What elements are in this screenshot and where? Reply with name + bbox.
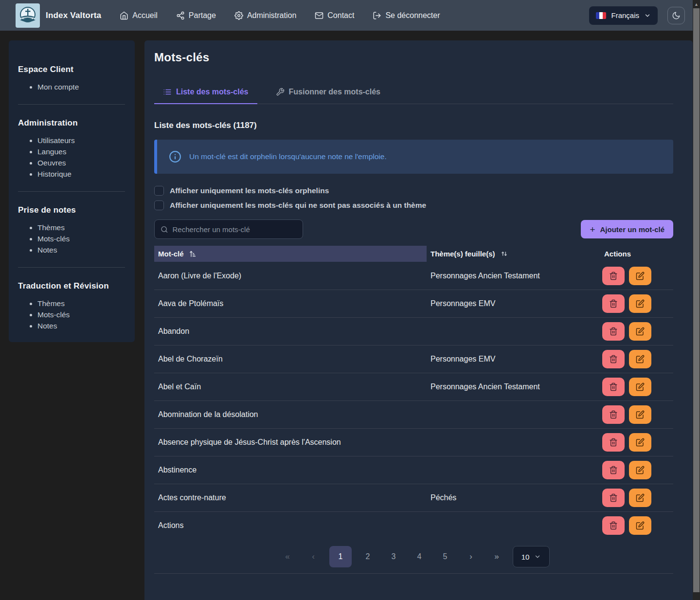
add-keyword-button[interactable]: + Ajouter un mot-clé (581, 220, 673, 238)
column-header-themes[interactable]: Thème(s) feuille(s) (427, 246, 600, 262)
sidebar-item-oeuvres[interactable]: Oeuvres (37, 159, 125, 167)
delete-button[interactable] (602, 378, 625, 396)
sidebar-item-utilisateurs[interactable]: Utilisateurs (37, 136, 125, 145)
orphans-checkbox[interactable] (154, 186, 164, 196)
keyword-cell: Abel et Caïn (154, 382, 427, 391)
page-button[interactable]: 2 (358, 546, 377, 567)
edit-icon (636, 521, 645, 530)
sidebar-section-title: Espace Client (18, 65, 125, 74)
keyword-cell: Absence physique de Jésus-Christ après l… (154, 438, 427, 447)
sidebar-section-list: Mon compte (18, 83, 125, 91)
column-label: Thème(s) feuille(s) (431, 250, 495, 258)
sidebar-section-title: Administration (18, 118, 125, 128)
nav-item-accueil[interactable]: Accueil (120, 11, 158, 20)
no-theme-checkbox[interactable] (154, 200, 164, 210)
scrollbar-up-arrow[interactable]: ▲ (693, 1, 700, 7)
delete-button[interactable] (602, 405, 625, 424)
page-button[interactable]: 1 (329, 546, 352, 567)
first-page-button[interactable]: « (278, 546, 297, 567)
actions-cell (600, 350, 673, 368)
theme-cell: Personnages EMV (427, 299, 600, 308)
trash-icon (609, 438, 618, 447)
delete-button[interactable] (602, 461, 625, 479)
page-scrollbar[interactable]: ▲ (693, 0, 700, 600)
edit-button[interactable] (629, 350, 651, 368)
keyword-cell: Aava de Ptolémaïs (154, 299, 427, 308)
delete-button[interactable] (602, 516, 625, 535)
language-selector[interactable]: Français (589, 6, 658, 25)
edit-button[interactable] (629, 378, 651, 396)
next-page-button[interactable]: › (461, 546, 481, 567)
sidebar-section-title: Traduction et Révision (18, 281, 125, 291)
trash-icon (609, 493, 618, 502)
search-input[interactable] (173, 225, 297, 234)
tab-liste-des-mots-cles[interactable]: Liste des mots-clés (154, 83, 257, 104)
sidebar-item-mots-cl-s[interactable]: Mots-clés (37, 310, 125, 319)
page-button[interactable]: 3 (384, 546, 403, 567)
edit-button[interactable] (629, 267, 651, 285)
trash-icon (609, 272, 618, 280)
trash-icon (609, 521, 618, 530)
edit-button[interactable] (629, 294, 651, 313)
moon-icon (672, 11, 681, 20)
sidebar-divider (18, 104, 125, 105)
search-box (154, 219, 303, 239)
edit-button[interactable] (629, 322, 651, 341)
trash-icon (609, 410, 618, 419)
actions-cell (600, 516, 673, 535)
theme-cell: Personnages Ancien Testament (427, 382, 600, 391)
theme-cell: Personnages EMV (427, 355, 600, 364)
nav-label: Se déconnecter (385, 11, 440, 20)
delete-button[interactable] (602, 322, 625, 341)
nav-item-logout[interactable]: Se déconnecter (373, 11, 440, 20)
sidebar-item-mots-cl-s[interactable]: Mots-clés (37, 235, 125, 243)
sidebar-item-notes[interactable]: Notes (37, 322, 125, 330)
tab-fusionner-des-mots-cles[interactable]: Fusionner des mots-clés (267, 83, 390, 104)
scrollbar-thumb[interactable] (693, 8, 700, 592)
delete-button[interactable] (602, 350, 625, 368)
app-title: Index Valtorta (46, 11, 101, 20)
sidebar-item-historique[interactable]: Historique (37, 170, 125, 179)
page-button[interactable]: 5 (435, 546, 455, 567)
prev-page-button[interactable]: ‹ (304, 546, 323, 567)
sidebar-item-mon-compte[interactable]: Mon compte (37, 83, 125, 91)
edit-icon (636, 438, 645, 447)
sidebar-item-th-mes[interactable]: Thèmes (37, 299, 125, 308)
delete-button[interactable] (602, 294, 625, 313)
filter-label: Afficher uniquement les mots-clés orphel… (170, 186, 329, 195)
edit-button[interactable] (629, 433, 651, 452)
nav-item-partage[interactable]: Partage (176, 11, 216, 20)
sidebar-item-th-mes[interactable]: Thèmes (37, 223, 125, 232)
page-button[interactable]: 4 (410, 546, 429, 567)
theme-toggle-button[interactable] (667, 7, 685, 24)
edit-button[interactable] (629, 405, 651, 424)
nav-item-contact[interactable]: Contact (315, 11, 354, 20)
list-icon (163, 88, 172, 96)
page-size-select[interactable]: 10 (513, 546, 550, 567)
app-logo[interactable] (16, 3, 40, 28)
last-page-button[interactable]: » (487, 546, 506, 567)
keyword-cell: Actions (154, 521, 427, 530)
info-icon (169, 150, 181, 163)
sidebar-item-notes[interactable]: Notes (37, 246, 125, 255)
plus-icon: + (590, 225, 595, 234)
page-size-value: 10 (521, 553, 530, 561)
nav-item-administration[interactable]: Administration (234, 11, 296, 20)
edit-icon (636, 355, 645, 364)
delete-button[interactable] (602, 433, 625, 452)
sidebar-item-langues[interactable]: Langues (37, 147, 125, 156)
delete-button[interactable] (602, 267, 625, 285)
trash-icon (609, 382, 618, 391)
nav-label: Administration (247, 11, 296, 20)
navbar-right: Français (589, 6, 685, 25)
tab-label: Liste des mots-clés (176, 88, 249, 96)
delete-button[interactable] (602, 489, 625, 507)
trash-icon (609, 466, 618, 474)
tab-label: Fusionner des mots-clés (289, 88, 381, 96)
edit-button[interactable] (629, 489, 651, 507)
edit-button[interactable] (629, 461, 651, 479)
sidebar-section-title: Prise de notes (18, 205, 125, 215)
table-row: Abel et Caïn Personnages Ancien Testamen… (154, 373, 673, 400)
edit-button[interactable] (629, 516, 651, 535)
column-header-keyword[interactable]: Mot-clé (154, 246, 427, 262)
